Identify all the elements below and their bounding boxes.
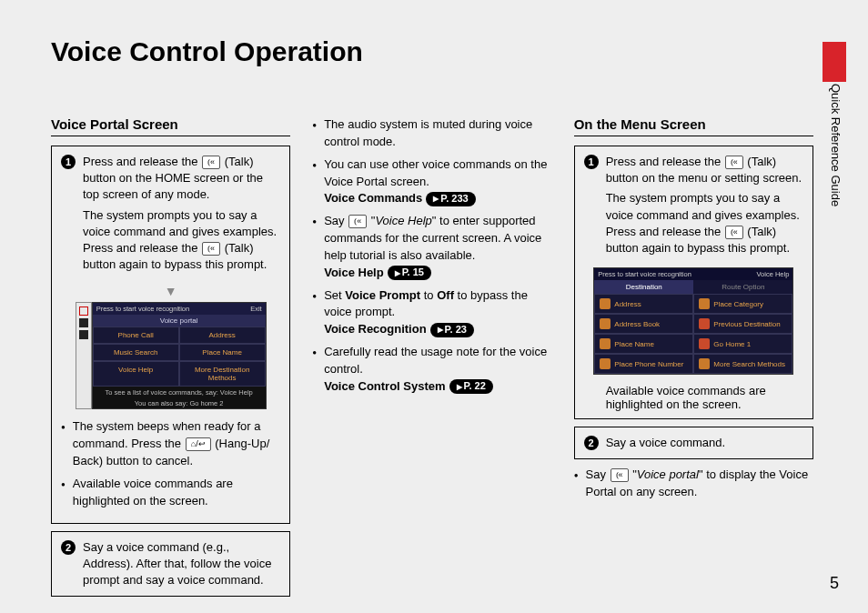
- page-ref: P. 233: [426, 192, 475, 206]
- step-2-text: Say a voice command.: [606, 435, 803, 451]
- step-2-badge: 2: [584, 436, 599, 450]
- heading-menu-screen: On the Menu Screen: [574, 116, 813, 136]
- talk-icon: ⦅«: [202, 242, 220, 256]
- bullet: The audio system is muted during voice c…: [312, 116, 551, 151]
- section-label: Quick Reference Guide: [829, 84, 843, 206]
- bullet: Set Voice Prompt to Off to bypass the vo…: [312, 287, 551, 339]
- content-columns: Voice Portal Screen 1 Press and release …: [51, 116, 813, 604]
- step1-note: Available voice commands are highlighted…: [584, 384, 803, 411]
- page-ref: P. 23: [430, 323, 474, 337]
- column-voice-portal: Voice Portal Screen 1 Press and release …: [51, 116, 290, 604]
- page-ref: P. 15: [388, 266, 431, 280]
- bullet: Say ⦅« "Voice portal" to display the Voi…: [574, 467, 813, 501]
- menu-screenshot: Press to start voice recognitionVoice He…: [593, 267, 793, 375]
- step-1-badge: 1: [61, 155, 76, 169]
- page-ref: P. 22: [449, 379, 493, 394]
- voice-portal-screenshot: Press to start voice recognitionExit Voi…: [76, 302, 267, 409]
- step-1-text: Press and release the ⦅« (Talk) button o…: [83, 154, 280, 276]
- talk-icon: ⦅«: [348, 215, 367, 228]
- bullet: Available voice commands are highlighted…: [61, 476, 280, 510]
- bullet: The system beeps when ready for a comman…: [61, 418, 280, 470]
- hangup-icon: ⌂/↩: [186, 437, 211, 451]
- page-number: 5: [830, 574, 839, 593]
- bullet: You can use other voice commands on the …: [312, 156, 551, 208]
- heading-voice-portal: Voice Portal Screen: [51, 116, 290, 136]
- column-menu-screen: On the Menu Screen 1 Press and release t…: [574, 116, 813, 604]
- step-1-badge: 1: [584, 155, 599, 169]
- step-2-badge: 2: [61, 540, 76, 555]
- talk-icon: ⦅«: [202, 156, 220, 169]
- step2-box: 2 Say a voice command (e.g., Address). A…: [51, 531, 290, 598]
- step-1-text: Press and release the ⦅« (Talk) button o…: [606, 154, 803, 260]
- bullet: Carefully read the usage note for the vo…: [312, 344, 551, 396]
- section-tab: [823, 42, 846, 82]
- arrow-down-icon: ▼: [61, 284, 280, 298]
- talk-icon: ⦅«: [725, 226, 743, 239]
- bullet: Say ⦅« "Voice Help" to enter supported c…: [312, 213, 551, 281]
- page-title: Voice Control Operation: [51, 36, 363, 67]
- menu-step2-box: 2 Say a voice command.: [574, 427, 813, 459]
- talk-icon: ⦅«: [725, 156, 743, 169]
- step1-box: 1 Press and release the ⦅« (Talk) button…: [51, 146, 290, 524]
- talk-icon: ⦅«: [611, 468, 629, 482]
- menu-step1-box: 1 Press and release the ⦅« (Talk) button…: [574, 146, 813, 419]
- column-notes: The audio system is muted during voice c…: [312, 116, 551, 604]
- step-2-text: Say a voice command (e.g., Address). Aft…: [83, 539, 280, 589]
